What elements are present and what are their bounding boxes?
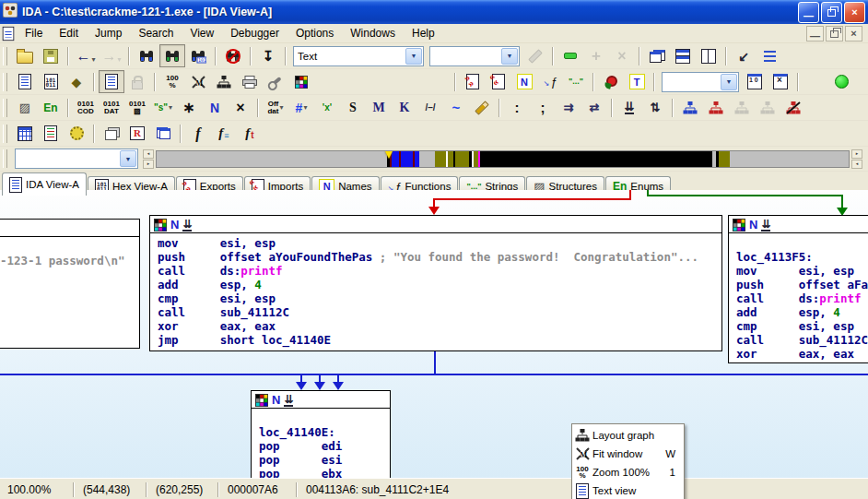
xrefs-from-button[interactable]: ⇉ xyxy=(556,96,581,119)
mdi-minimize-button[interactable]: — xyxy=(806,26,824,42)
make-number-button[interactable]: #▾ xyxy=(288,96,314,119)
function-tails-button[interactable]: ft xyxy=(237,122,263,145)
block-comment-left[interactable]: -123-1 password\n" xyxy=(0,219,140,349)
layout-graph-button[interactable] xyxy=(211,70,237,93)
jump-next-defined-button[interactable]: ⇊ xyxy=(616,96,642,119)
tab-ida-view-a[interactable]: IDA View-A xyxy=(2,172,87,196)
graph-name-combo[interactable]: ▼ xyxy=(15,149,138,169)
open-hex-view-button[interactable] xyxy=(38,70,64,93)
menu-help[interactable]: Help xyxy=(404,25,443,42)
call-graph-button[interactable] xyxy=(703,96,729,119)
search-text-combo-dropdown[interactable]: ▼ xyxy=(501,48,518,65)
context-menu-item-layout-graph[interactable]: Layout graph xyxy=(572,426,684,445)
menu-edit[interactable]: Edit xyxy=(51,25,87,42)
menu-windows[interactable]: Windows xyxy=(342,25,404,42)
search-binary-button[interactable]: 101 xyxy=(185,44,211,67)
make-array-button[interactable]: ∗ xyxy=(176,96,202,119)
window-copy-button[interactable] xyxy=(150,122,176,145)
open-type-libraries-button[interactable]: T xyxy=(624,70,650,93)
navigation-band[interactable] xyxy=(156,150,850,168)
edit-k-button[interactable]: K xyxy=(392,96,417,119)
mdi-close-button[interactable]: × xyxy=(845,26,862,42)
windows-tile-horizontal-button[interactable] xyxy=(670,44,696,67)
debugger-start-button[interactable] xyxy=(828,70,854,93)
make-string-button[interactable]: "s"▾ xyxy=(150,96,176,119)
setup-options-button[interactable] xyxy=(263,70,288,93)
function-chunks-button[interactable]: f≡ xyxy=(211,122,237,145)
rename-button[interactable]: N xyxy=(202,96,228,119)
plugins-button[interactable] xyxy=(64,122,89,145)
context-menu-item-zoom-100-[interactable]: 100%Zoom 100%1 xyxy=(572,463,684,481)
restore-button[interactable] xyxy=(821,2,842,23)
open-file-button[interactable] xyxy=(12,44,38,67)
block-title-bar[interactable]: N⇊ xyxy=(150,216,721,233)
toolbar-grip[interactable] xyxy=(3,125,7,143)
make-segment-button[interactable]: S xyxy=(340,96,366,119)
context-menu-item-fit-window[interactable]: MFit windowW xyxy=(572,445,684,463)
open-ida-view-button[interactable] xyxy=(12,70,38,93)
marker-delete-button[interactable]: × xyxy=(609,44,635,67)
menu-file[interactable]: File xyxy=(17,25,51,42)
tilde-button[interactable]: ~ xyxy=(443,96,469,119)
open-names-button[interactable]: N xyxy=(511,70,537,93)
mdi-restore-button[interactable] xyxy=(826,26,843,42)
colon-comment-button[interactable]: : xyxy=(504,96,530,119)
print-button[interactable] xyxy=(237,70,263,93)
semicolon-comment-button[interactable]: ; xyxy=(530,96,556,119)
save-database-button[interactable] xyxy=(38,44,64,67)
navigate-forward-button[interactable]: →▾ xyxy=(99,44,124,67)
open-strings-button[interactable]: "..." xyxy=(563,70,589,93)
menu-view[interactable]: View xyxy=(182,25,222,42)
flow-chart-button[interactable] xyxy=(677,96,703,119)
graph-view[interactable]: -123-1 password\n"N⇊mov esi, esppush off… xyxy=(0,190,868,478)
menu-options[interactable]: Options xyxy=(287,25,342,42)
xref-graph-to-button[interactable] xyxy=(729,96,755,119)
text-graph-toggle-button[interactable] xyxy=(99,70,124,93)
workspace-combo-dropdown[interactable]: ▼ xyxy=(721,74,737,90)
open-exports-button[interactable] xyxy=(460,70,486,93)
windows-tile-vertical-button[interactable] xyxy=(696,44,721,67)
search-type-combo[interactable]: Text▼ xyxy=(293,46,424,66)
window-list-button[interactable] xyxy=(757,44,782,67)
comment-slash-button[interactable]: /–/ xyxy=(417,96,443,119)
toolbar-grip[interactable] xyxy=(3,47,7,65)
navband-scroll-up-button[interactable]: ◂ xyxy=(143,149,154,159)
menu-debugger[interactable]: Debugger xyxy=(222,25,287,42)
windows-cascade-button[interactable] xyxy=(644,44,670,67)
mdi-child-icon[interactable] xyxy=(3,26,15,40)
block-title-bar[interactable]: N⇊ xyxy=(252,391,390,409)
navband-scroll-left-button[interactable]: ◂ xyxy=(851,160,862,169)
edit-m-button[interactable]: M xyxy=(366,96,392,119)
open-enums-button[interactable]: En xyxy=(38,96,64,119)
xref-graph-from-button[interactable] xyxy=(755,96,780,119)
navband-scroll-right-button[interactable]: ▸ xyxy=(851,149,862,159)
edit-anterior-button[interactable] xyxy=(469,96,495,119)
open-functions-button[interactable]: ↘ƒ xyxy=(537,70,563,93)
jump-prev-defined-button[interactable]: ⇅ xyxy=(642,96,668,119)
menu-search[interactable]: Search xyxy=(130,25,182,42)
block-password-found[interactable]: N⇊mov esi, esppush offset aYouFoundThePa… xyxy=(149,215,722,351)
custom-xref-graph-button[interactable] xyxy=(780,96,806,119)
recent-scripts-button[interactable] xyxy=(99,122,124,145)
reset-desktop-button[interactable] xyxy=(124,122,150,145)
xrefs-to-button[interactable]: ⇄ xyxy=(581,96,607,119)
marker-add-button[interactable]: + xyxy=(583,44,609,67)
make-offset-button[interactable]: Offdat▾ xyxy=(263,96,288,119)
toolbar-grip[interactable] xyxy=(3,149,7,168)
block-loc-4113F5[interactable]: N⇊loc_4113F5:mov esi, esppush offset aFa… xyxy=(728,215,868,363)
block-title-bar[interactable]: N⇊ xyxy=(729,216,868,233)
make-char-button[interactable]: 'x' xyxy=(314,96,340,119)
make-struct-data-button[interactable]: 0101▨ xyxy=(124,96,150,119)
menu-jump[interactable]: Jump xyxy=(87,25,130,42)
toolbar-grip[interactable] xyxy=(3,73,7,91)
toolbar-grip[interactable] xyxy=(3,99,7,117)
jump-to-address-button[interactable]: ↧ xyxy=(255,44,281,67)
script-snippets-button[interactable] xyxy=(803,70,828,93)
minimize-button[interactable]: — xyxy=(798,2,819,23)
search-type-combo-dropdown[interactable]: ▼ xyxy=(405,48,422,65)
block-loc-41140E[interactable]: N⇊loc_41140E:pop edipop esipop ebx xyxy=(251,390,391,478)
block-title-bar[interactable] xyxy=(0,220,139,237)
script-command-button[interactable] xyxy=(38,122,64,145)
open-signatures-button[interactable] xyxy=(598,70,624,93)
erase-search-button[interactable] xyxy=(522,44,548,67)
